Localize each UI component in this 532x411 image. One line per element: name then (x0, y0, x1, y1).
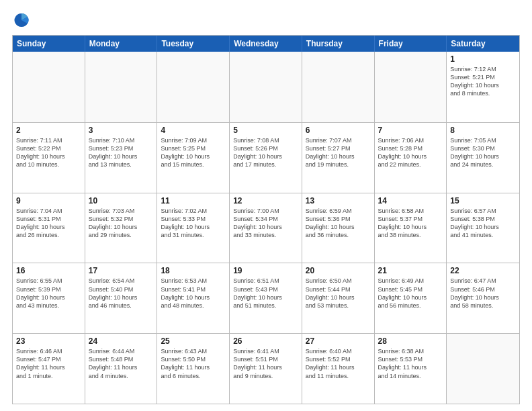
day-number: 14 (378, 196, 443, 205)
day-cell-22: 22Sunrise: 6:47 AM Sunset: 5:46 PM Dayli… (447, 263, 519, 333)
day-info: Sunrise: 7:05 AM Sunset: 5:30 PM Dayligh… (450, 136, 516, 169)
day-cell-27: 27Sunrise: 6:40 AM Sunset: 5:52 PM Dayli… (302, 334, 375, 404)
day-info: Sunrise: 7:02 AM Sunset: 5:33 PM Dayligh… (161, 207, 226, 240)
day-number: 18 (161, 266, 226, 275)
day-cell-24: 24Sunrise: 6:44 AM Sunset: 5:48 PM Dayli… (85, 334, 158, 404)
day-cell-6: 6Sunrise: 7:07 AM Sunset: 5:27 PM Daylig… (302, 123, 375, 193)
day-info: Sunrise: 6:55 AM Sunset: 5:39 PM Dayligh… (16, 277, 81, 310)
day-number: 24 (89, 336, 154, 346)
header-day-monday: Monday (85, 36, 158, 52)
header (12, 11, 520, 30)
day-number: 6 (306, 126, 371, 135)
calendar-body: 1Sunrise: 7:12 AM Sunset: 5:21 PM Daylig… (13, 52, 519, 404)
day-cell-empty-0-5 (375, 52, 447, 122)
day-info: Sunrise: 7:00 AM Sunset: 5:34 PM Dayligh… (233, 207, 298, 240)
day-number: 15 (450, 196, 516, 205)
day-info: Sunrise: 6:57 AM Sunset: 5:38 PM Dayligh… (450, 207, 516, 240)
day-number: 9 (16, 196, 81, 205)
day-cell-14: 14Sunrise: 6:58 AM Sunset: 5:37 PM Dayli… (375, 193, 447, 263)
day-number: 19 (233, 266, 298, 275)
day-number: 23 (16, 336, 81, 346)
day-cell-16: 16Sunrise: 6:55 AM Sunset: 5:39 PM Dayli… (13, 263, 85, 333)
day-cell-17: 17Sunrise: 6:54 AM Sunset: 5:40 PM Dayli… (85, 263, 158, 333)
week-5: 23Sunrise: 6:46 AM Sunset: 5:47 PM Dayli… (13, 333, 519, 404)
day-info: Sunrise: 6:50 AM Sunset: 5:44 PM Dayligh… (306, 277, 371, 310)
week-1: 1Sunrise: 7:12 AM Sunset: 5:21 PM Daylig… (13, 52, 519, 122)
day-info: Sunrise: 7:08 AM Sunset: 5:26 PM Dayligh… (233, 136, 298, 169)
day-info: Sunrise: 6:43 AM Sunset: 5:50 PM Dayligh… (161, 347, 226, 380)
day-info: Sunrise: 6:47 AM Sunset: 5:46 PM Dayligh… (450, 277, 516, 310)
day-info: Sunrise: 6:58 AM Sunset: 5:37 PM Dayligh… (378, 207, 443, 240)
day-cell-empty-0-2 (157, 52, 230, 122)
day-cell-empty-0-0 (13, 52, 85, 122)
day-info: Sunrise: 6:53 AM Sunset: 5:41 PM Dayligh… (161, 277, 226, 310)
day-number: 13 (306, 196, 371, 205)
day-info: Sunrise: 7:11 AM Sunset: 5:22 PM Dayligh… (16, 136, 81, 169)
day-cell-19: 19Sunrise: 6:51 AM Sunset: 5:43 PM Dayli… (230, 263, 302, 333)
day-cell-empty-4-6 (447, 334, 519, 404)
day-number: 25 (161, 336, 226, 346)
page: SundayMondayTuesdayWednesdayThursdayFrid… (0, 0, 532, 411)
day-number: 16 (16, 266, 81, 275)
day-info: Sunrise: 6:59 AM Sunset: 5:36 PM Dayligh… (306, 207, 371, 240)
day-number: 17 (89, 266, 154, 275)
day-number: 12 (233, 196, 298, 205)
day-cell-18: 18Sunrise: 6:53 AM Sunset: 5:41 PM Dayli… (157, 263, 230, 333)
day-info: Sunrise: 7:07 AM Sunset: 5:27 PM Dayligh… (306, 136, 371, 169)
day-info: Sunrise: 6:40 AM Sunset: 5:52 PM Dayligh… (306, 347, 371, 380)
day-cell-2: 2Sunrise: 7:11 AM Sunset: 5:22 PM Daylig… (13, 123, 85, 193)
week-2: 2Sunrise: 7:11 AM Sunset: 5:22 PM Daylig… (13, 122, 519, 193)
day-number: 27 (306, 336, 371, 346)
day-number: 3 (89, 126, 154, 135)
day-info: Sunrise: 7:12 AM Sunset: 5:21 PM Dayligh… (450, 65, 516, 98)
day-info: Sunrise: 7:03 AM Sunset: 5:32 PM Dayligh… (89, 207, 154, 240)
day-info: Sunrise: 6:41 AM Sunset: 5:51 PM Dayligh… (233, 347, 298, 380)
day-cell-28: 28Sunrise: 6:38 AM Sunset: 5:53 PM Dayli… (375, 334, 447, 404)
day-info: Sunrise: 6:49 AM Sunset: 5:45 PM Dayligh… (378, 277, 443, 310)
day-cell-12: 12Sunrise: 7:00 AM Sunset: 5:34 PM Dayli… (230, 193, 302, 263)
day-cell-4: 4Sunrise: 7:09 AM Sunset: 5:25 PM Daylig… (157, 123, 230, 193)
week-3: 9Sunrise: 7:04 AM Sunset: 5:31 PM Daylig… (13, 193, 519, 263)
day-info: Sunrise: 7:06 AM Sunset: 5:28 PM Dayligh… (378, 136, 443, 169)
day-cell-25: 25Sunrise: 6:43 AM Sunset: 5:50 PM Dayli… (157, 334, 230, 404)
calendar-header: SundayMondayTuesdayWednesdayThursdayFrid… (13, 36, 519, 52)
day-number: 26 (233, 336, 298, 346)
day-info: Sunrise: 7:04 AM Sunset: 5:31 PM Dayligh… (16, 207, 81, 240)
day-info: Sunrise: 6:46 AM Sunset: 5:47 PM Dayligh… (16, 347, 81, 380)
header-day-sunday: Sunday (13, 36, 85, 52)
header-day-saturday: Saturday (447, 36, 519, 52)
day-number: 1 (450, 54, 516, 64)
logo-icon (12, 11, 31, 30)
day-info: Sunrise: 7:10 AM Sunset: 5:23 PM Dayligh… (89, 136, 154, 169)
day-cell-23: 23Sunrise: 6:46 AM Sunset: 5:47 PM Dayli… (13, 334, 85, 404)
day-cell-3: 3Sunrise: 7:10 AM Sunset: 5:23 PM Daylig… (85, 123, 158, 193)
day-cell-8: 8Sunrise: 7:05 AM Sunset: 5:30 PM Daylig… (447, 123, 519, 193)
day-cell-1: 1Sunrise: 7:12 AM Sunset: 5:21 PM Daylig… (447, 52, 519, 122)
day-info: Sunrise: 6:54 AM Sunset: 5:40 PM Dayligh… (89, 277, 154, 310)
day-info: Sunrise: 7:09 AM Sunset: 5:25 PM Dayligh… (161, 136, 226, 169)
day-cell-20: 20Sunrise: 6:50 AM Sunset: 5:44 PM Dayli… (302, 263, 375, 333)
calendar: SundayMondayTuesdayWednesdayThursdayFrid… (12, 35, 520, 404)
day-number: 28 (378, 336, 443, 346)
day-info: Sunrise: 6:51 AM Sunset: 5:43 PM Dayligh… (233, 277, 298, 310)
day-cell-7: 7Sunrise: 7:06 AM Sunset: 5:28 PM Daylig… (375, 123, 447, 193)
header-day-tuesday: Tuesday (157, 36, 230, 52)
day-cell-10: 10Sunrise: 7:03 AM Sunset: 5:32 PM Dayli… (85, 193, 158, 263)
day-number: 7 (378, 126, 443, 135)
day-number: 2 (16, 126, 81, 135)
day-info: Sunrise: 6:44 AM Sunset: 5:48 PM Dayligh… (89, 347, 154, 380)
logo (12, 11, 34, 30)
day-number: 10 (89, 196, 154, 205)
week-4: 16Sunrise: 6:55 AM Sunset: 5:39 PM Dayli… (13, 263, 519, 333)
day-cell-11: 11Sunrise: 7:02 AM Sunset: 5:33 PM Dayli… (157, 193, 230, 263)
day-number: 20 (306, 266, 371, 275)
day-cell-5: 5Sunrise: 7:08 AM Sunset: 5:26 PM Daylig… (230, 123, 302, 193)
day-cell-9: 9Sunrise: 7:04 AM Sunset: 5:31 PM Daylig… (13, 193, 85, 263)
day-cell-13: 13Sunrise: 6:59 AM Sunset: 5:36 PM Dayli… (302, 193, 375, 263)
header-day-thursday: Thursday (302, 36, 375, 52)
day-cell-21: 21Sunrise: 6:49 AM Sunset: 5:45 PM Dayli… (375, 263, 447, 333)
day-number: 8 (450, 126, 516, 135)
day-cell-26: 26Sunrise: 6:41 AM Sunset: 5:51 PM Dayli… (230, 334, 302, 404)
header-day-wednesday: Wednesday (230, 36, 302, 52)
day-number: 22 (450, 266, 516, 275)
